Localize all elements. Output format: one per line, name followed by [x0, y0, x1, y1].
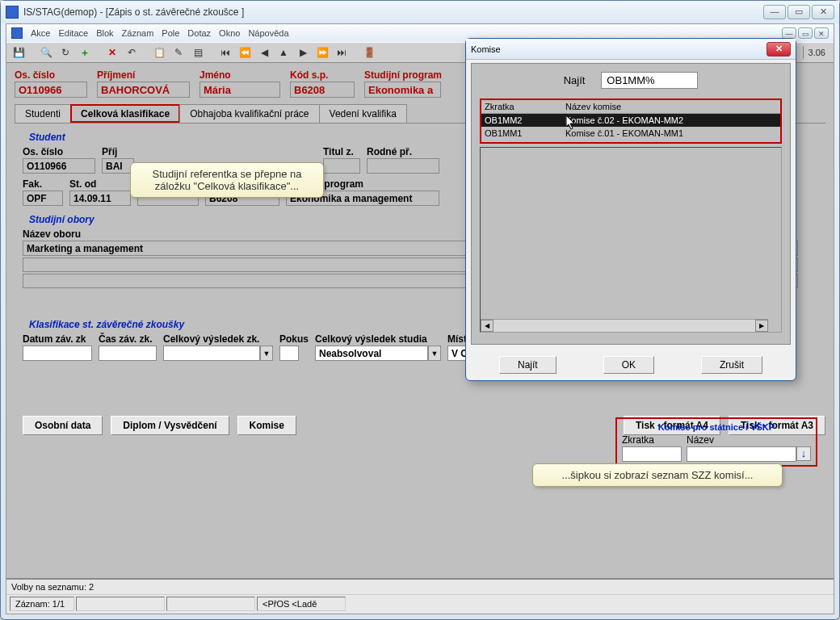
- os-cislo-header-label: Os. číslo: [15, 69, 87, 81]
- modal-najit-button[interactable]: Najít: [499, 356, 556, 374]
- first-icon[interactable]: ⏮: [216, 44, 234, 61]
- modal-list: Zkratka Název komise OB1MM2 Komise č.02 …: [480, 98, 782, 144]
- menu-napoveda[interactable]: Nápověda: [248, 28, 288, 38]
- mdi-restore-button[interactable]: ▭: [798, 27, 813, 39]
- vysledekzk-input[interactable]: [163, 346, 260, 361]
- mdi-icon: [11, 27, 23, 39]
- modal-row-0-zkratka: OB1MM2: [481, 114, 562, 127]
- refresh-icon[interactable]: ↻: [57, 44, 74, 61]
- add-icon[interactable]: ＋: [76, 44, 94, 61]
- najit-input[interactable]: [601, 72, 698, 89]
- pokus-label: Pokus: [279, 333, 309, 345]
- komise-panel-title: Komise pro státnice i VŠKP: [622, 422, 811, 432]
- modal-hscroll[interactable]: ◀ ▶: [481, 319, 768, 332]
- vysledekstud-input[interactable]: Neabsolvoval: [315, 346, 428, 361]
- last-icon[interactable]: ⏭: [333, 44, 351, 61]
- komise-modal: Komise ✕ Najít Zkratka Název komise OB1M…: [465, 38, 796, 381]
- pokus-input[interactable]: [279, 346, 299, 361]
- status-mode: <PřOS <Ladě: [257, 597, 346, 611]
- prev-icon[interactable]: ◀: [255, 44, 273, 61]
- komise-button[interactable]: Komise: [237, 416, 296, 435]
- titulz-field: [323, 158, 360, 174]
- delete-icon[interactable]: ✕: [103, 44, 121, 61]
- copy-icon[interactable]: 📋: [150, 44, 168, 61]
- cas-label: Čas záv. zk.: [99, 333, 157, 345]
- mdi-close-button[interactable]: ✕: [814, 27, 829, 39]
- menu-okno[interactable]: Okno: [219, 28, 240, 38]
- maximize-button[interactable]: ▭: [788, 5, 810, 19]
- prev-page-icon[interactable]: ⏪: [236, 44, 254, 61]
- next-icon[interactable]: ▶: [294, 44, 312, 61]
- diplom-button[interactable]: Diplom / Vysvědčení: [111, 416, 229, 435]
- modal-row-1-zkratka: OB1MM1: [481, 127, 562, 140]
- tab-celkova-klasifikace[interactable]: Celková klasifikace: [70, 104, 180, 123]
- rodne-field: [367, 158, 439, 174]
- statusbar: Volby na seznamu: 2 Záznam: 1/1 <PřOS <L…: [6, 578, 834, 614]
- fak-label: Fak.: [23, 178, 63, 190]
- modal-zrusit-button[interactable]: Zrušit: [701, 356, 762, 374]
- modal-ok-button[interactable]: OK: [603, 356, 654, 374]
- datum-input[interactable]: [23, 346, 92, 361]
- menu-dotaz[interactable]: Dotaz: [187, 28, 211, 38]
- titulz-label: Titul z.: [323, 146, 360, 157]
- najit-label: Najít: [564, 74, 586, 86]
- close-button[interactable]: ✕: [812, 5, 834, 19]
- tooltip-tab: Studijní referentka se přepne na záložku…: [130, 162, 324, 198]
- tab-studenti[interactable]: Studenti: [15, 104, 71, 123]
- save-icon[interactable]: 💾: [10, 44, 27, 61]
- vysledekzk-dropdown[interactable]: ▼: [260, 346, 273, 361]
- os-cislo-field: O110966: [23, 158, 95, 174]
- window-title: IS/STAG(demop) - [Zápis o st. závěrečné …: [23, 6, 244, 18]
- kodsp-header-value: B6208: [290, 82, 355, 98]
- osobni-data-button[interactable]: Osobní data: [23, 416, 103, 435]
- mdi-min-button[interactable]: —: [782, 27, 796, 39]
- undo-icon[interactable]: ↶: [123, 44, 141, 61]
- next-up-icon[interactable]: ▲: [275, 44, 292, 61]
- cas-input[interactable]: [99, 346, 157, 361]
- scroll-right-icon[interactable]: ▶: [755, 320, 768, 332]
- komise-nazev-input[interactable]: [687, 446, 796, 462]
- status-cell-2: [76, 597, 165, 611]
- menu-zaznam[interactable]: Záznam: [122, 28, 154, 38]
- komise-lookup-arrow-icon[interactable]: ↓: [796, 446, 811, 461]
- vysledekzk-label: Celkový výsledek zk.: [163, 333, 273, 345]
- studprog-header-label: Studijní program: [364, 69, 442, 81]
- komise-panel: Komise pro státnice i VŠKP Zkratka Název…: [615, 417, 817, 467]
- modal-row-0-nazev: Komise č.02 - EKOMAN-MM2: [562, 114, 780, 127]
- minimize-button[interactable]: —: [763, 5, 786, 19]
- modal-empty-area: ◀ ▶: [480, 147, 782, 333]
- list-icon[interactable]: ▤: [189, 44, 207, 61]
- komise-zkratka-input[interactable]: [622, 446, 682, 462]
- status-cell-3: [166, 597, 255, 611]
- exit-icon[interactable]: 🚪: [360, 44, 378, 61]
- modal-row-0[interactable]: OB1MM2 Komise č.02 - EKOMAN-MM2: [481, 114, 780, 127]
- scroll-left-icon[interactable]: ◀: [481, 320, 494, 332]
- menu-pole[interactable]: Pole: [162, 28, 179, 38]
- kodsp-header-label: Kód s.p.: [290, 69, 355, 81]
- edit-icon[interactable]: ✎: [170, 44, 187, 61]
- tab-vedeni[interactable]: Vedení kvalifika: [319, 104, 407, 123]
- vysledekstud-dropdown[interactable]: ▼: [428, 346, 441, 361]
- komise-zkratka-label: Zkratka: [622, 434, 682, 446]
- jmeno-header-value: Mária: [200, 82, 280, 98]
- modal-row-1[interactable]: OB1MM1 Komise č.01 - EKOMAN-MM1: [481, 127, 780, 140]
- modal-row-1-nazev: Komise č.01 - EKOMAN-MM1: [562, 127, 780, 140]
- menu-blok[interactable]: Blok: [96, 28, 113, 38]
- menu-editace[interactable]: Editace: [58, 28, 88, 38]
- menu-akce[interactable]: Akce: [31, 28, 50, 38]
- status-count: Volby na seznamu: 2: [6, 580, 834, 595]
- tab-obhajoba[interactable]: Obhajoba kvalifikační práce: [179, 104, 319, 123]
- app-icon: [6, 6, 19, 19]
- studprog-header-value: Ekonomika a: [364, 82, 441, 98]
- os-cislo-header-value: O110966: [15, 82, 87, 98]
- next-page-icon[interactable]: ⏩: [313, 44, 331, 61]
- jmeno-header-label: Jméno: [200, 69, 280, 81]
- search-icon[interactable]: 🔍: [37, 44, 55, 61]
- datum-label: Datum záv. zk: [23, 333, 92, 345]
- komise-nazev-label: Název: [687, 434, 811, 446]
- col-nazev-header: Název komise: [562, 100, 780, 113]
- vysledekstud-label: Celkový výsledek studia: [315, 333, 441, 345]
- fak-field: OPF: [23, 191, 63, 206]
- modal-close-button[interactable]: ✕: [766, 42, 791, 57]
- outer-window: IS/STAG(demop) - [Zápis o st. závěrečné …: [0, 0, 840, 620]
